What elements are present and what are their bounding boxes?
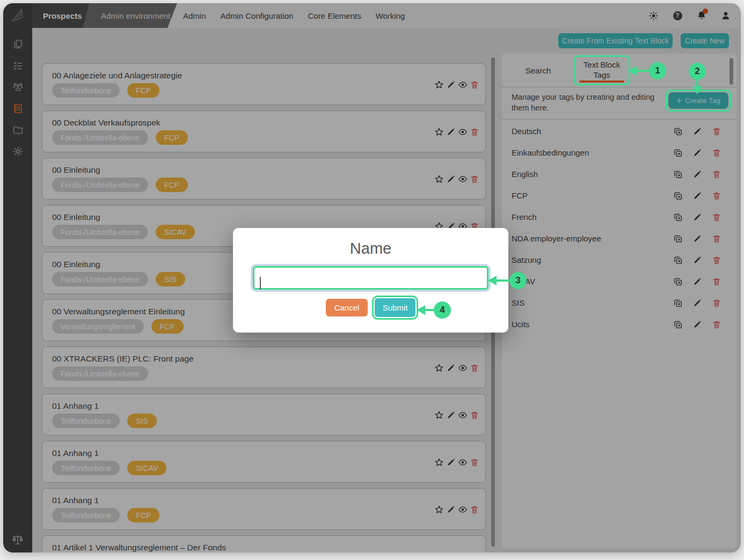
highlight-box-text-block-tags [573, 55, 630, 85]
name-input-highlight [253, 266, 488, 290]
annotation-arrow-line-3 [497, 279, 510, 282]
modal-buttons: Cancel Submit [233, 298, 508, 317]
name-input[interactable] [254, 268, 487, 288]
text-cursor [260, 277, 261, 290]
annotation-badge-4: 4 [434, 301, 451, 319]
app-window: Admin environment Prospects Admin Admin … [3, 3, 741, 552]
cancel-button[interactable]: Cancel [326, 299, 368, 316]
submit-button[interactable]: Submit [375, 298, 415, 317]
name-modal: Name Cancel Submit [233, 228, 508, 333]
annotation-badge-1: 1 [649, 62, 666, 79]
annotation-arrowhead-4 [417, 305, 425, 315]
annotation-arrowhead-3 [488, 276, 497, 285]
annotation-arrowhead-2 [692, 86, 702, 94]
annotation-badge-2: 2 [689, 63, 706, 80]
modal-title: Name [233, 240, 508, 257]
annotation-arrowhead-1 [628, 66, 637, 76]
annotation-badge-3: 3 [509, 272, 527, 289]
